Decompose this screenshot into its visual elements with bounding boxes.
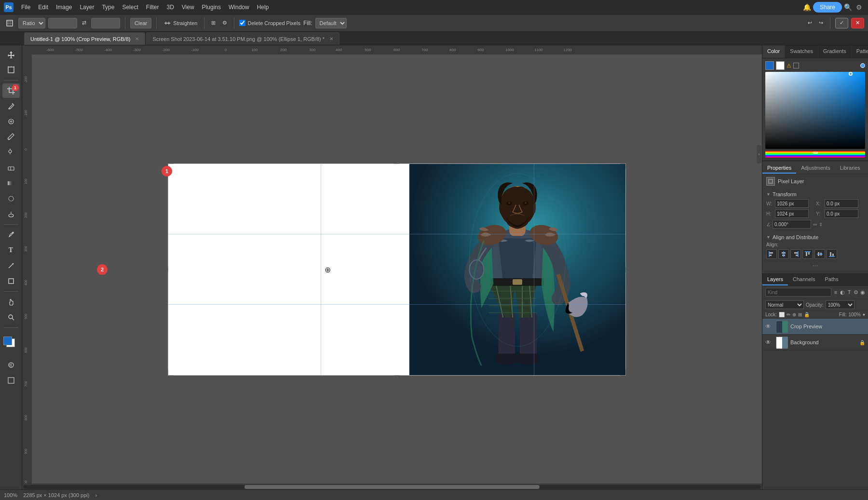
layers-search-input[interactable] [765, 288, 831, 297]
brush-tool[interactable] [2, 130, 20, 144]
adjustments-tab[interactable]: Adjustments [796, 163, 835, 174]
menu-help[interactable]: Help [253, 2, 273, 13]
swatches-tab[interactable]: Swatches [785, 45, 818, 58]
zoom-tool[interactable] [2, 310, 20, 324]
layer-item-crop-preview[interactable]: 👁 Crop Preview [762, 319, 868, 335]
align-top-btn[interactable] [802, 249, 813, 259]
tab-2-close[interactable]: ✕ [329, 36, 333, 41]
align-header[interactable]: ▼ Align and Distribute [766, 234, 864, 240]
tab-1[interactable]: Untitled-1 @ 100% (Crop Preview, RGB/8) … [24, 32, 145, 45]
h-input[interactable] [775, 209, 809, 218]
more-options-btn[interactable]: ... [766, 259, 864, 269]
redo-icon[interactable]: ↪ [817, 19, 825, 27]
align-hcenter-btn[interactable] [778, 249, 789, 259]
color-tab[interactable]: Color [762, 45, 785, 58]
bg-swatch[interactable] [776, 61, 785, 70]
properties-tab[interactable]: Properties [762, 163, 796, 174]
h-scrollbar[interactable] [22, 484, 762, 489]
align-bottom-btn[interactable] [827, 249, 837, 259]
ratio-select[interactable]: Ratio [18, 18, 45, 28]
align-vcenter-btn[interactable] [814, 249, 825, 259]
menu-window[interactable]: Window [225, 2, 253, 13]
align-left-btn[interactable] [766, 249, 777, 259]
hand-tool[interactable] [2, 295, 20, 309]
shape-tool[interactable] [2, 274, 20, 288]
move-tool[interactable] [2, 47, 20, 62]
status-arrow[interactable]: › [95, 492, 97, 498]
layer-visibility-bg[interactable]: 👁 [765, 339, 773, 346]
blur-tool[interactable] [2, 191, 20, 206]
crop-tool[interactable]: 1 [2, 83, 20, 98]
layer-filter-type-btn[interactable]: ≡ [833, 288, 838, 297]
healing-tool[interactable] [2, 114, 20, 129]
align-right-btn[interactable] [790, 249, 801, 259]
layer-filter-toggle-btn[interactable]: ◉ [860, 288, 865, 297]
delete-cropped-checkbox[interactable] [239, 20, 245, 26]
hue-slider[interactable] [765, 151, 865, 158]
transform-header[interactable]: ▼ Transform [766, 191, 864, 197]
lock-artboard-btn[interactable]: ⊞ [798, 312, 802, 317]
search-icon[interactable]: 🔍 [842, 1, 854, 13]
layer-item-background[interactable]: 👁 Background 🔒 [762, 335, 868, 351]
lock-pixels-btn[interactable]: ✏ [787, 312, 790, 317]
angle-input[interactable] [773, 220, 811, 229]
menu-3d[interactable]: 3D [163, 2, 177, 13]
y-input[interactable] [825, 209, 858, 218]
h-scrollbar-track[interactable] [23, 485, 761, 489]
libraries-tab[interactable]: Libraries [835, 163, 865, 174]
menu-select[interactable]: Select [118, 2, 142, 13]
panel-collapse-btn[interactable]: › [756, 145, 762, 164]
lock-all-btn[interactable]: 🔒 [804, 312, 810, 317]
clone-tool[interactable] [2, 145, 20, 160]
eraser-tool[interactable] [2, 161, 20, 175]
fg-swatch[interactable] [765, 61, 774, 70]
paths-tab[interactable]: Paths [820, 274, 843, 285]
menu-filter[interactable]: Filter [142, 2, 163, 13]
screen-mode-btn[interactable] [2, 373, 20, 388]
flip-h-icon[interactable]: ⇔ [813, 222, 817, 227]
undo-icon[interactable]: ↩ [806, 19, 814, 27]
patterns-tab[interactable]: Patterns [852, 45, 868, 58]
grid-icon[interactable]: ⊞ [209, 19, 217, 27]
tab-1-close[interactable]: ✕ [135, 36, 139, 41]
height-input[interactable] [91, 18, 120, 28]
menu-view[interactable]: View [178, 2, 198, 13]
swap-icon[interactable]: ⇄ [80, 19, 88, 27]
foreground-color-swatch[interactable] [3, 337, 12, 345]
layer-filter-attr-btn[interactable]: ⚙ [854, 288, 858, 297]
menu-layer[interactable]: Layer [76, 2, 98, 13]
width-input[interactable] [48, 18, 77, 28]
path-selection-tool[interactable] [2, 258, 20, 273]
dodge-tool[interactable] [2, 207, 20, 221]
blend-mode-select[interactable]: Normal [765, 300, 804, 309]
h-scrollbar-thumb[interactable] [244, 485, 540, 489]
artboard-tool[interactable] [2, 63, 20, 77]
menu-edit[interactable]: Edit [34, 2, 52, 13]
layer-filter-mode-btn[interactable]: T [847, 288, 852, 297]
delete-cropped-label[interactable]: Delete Cropped Pixels [239, 20, 300, 26]
pen-tool[interactable] [2, 228, 20, 242]
flip-v-icon[interactable]: ⇕ [819, 222, 823, 227]
settings-icon[interactable]: ⚙ [854, 1, 864, 13]
clear-button[interactable]: Clear [130, 18, 151, 28]
color-spectrum[interactable] [765, 72, 865, 149]
layer-filter-color-btn[interactable]: ◐ [840, 288, 845, 297]
menu-plugins[interactable]: Plugins [198, 2, 225, 13]
eyedropper-tool[interactable] [2, 99, 20, 113]
notification-icon[interactable]: 🔔 [801, 1, 813, 13]
quick-mask-btn[interactable] [2, 358, 20, 372]
lock-transparency-btn[interactable]: ⬜ [779, 312, 785, 317]
layer-visibility-crop[interactable]: 👁 [765, 323, 773, 330]
opacity-select[interactable]: 100% [826, 300, 854, 309]
straighten-icon[interactable]: Straighten [162, 18, 199, 28]
menu-file[interactable]: File [17, 2, 34, 13]
tab-2[interactable]: Screen Shot 2023-06-14 at 3.51.10 PM.png… [146, 32, 339, 45]
channels-tab[interactable]: Channels [788, 274, 820, 285]
menu-image[interactable]: Image [52, 2, 76, 13]
gradients-tab[interactable]: Gradients [818, 45, 852, 58]
x-input[interactable] [825, 199, 858, 208]
cancel-crop-button[interactable]: ✕ [851, 18, 864, 28]
menu-type[interactable]: Type [98, 2, 118, 13]
fill-select[interactable]: Default [315, 18, 347, 28]
type-tool[interactable]: T [2, 243, 20, 257]
